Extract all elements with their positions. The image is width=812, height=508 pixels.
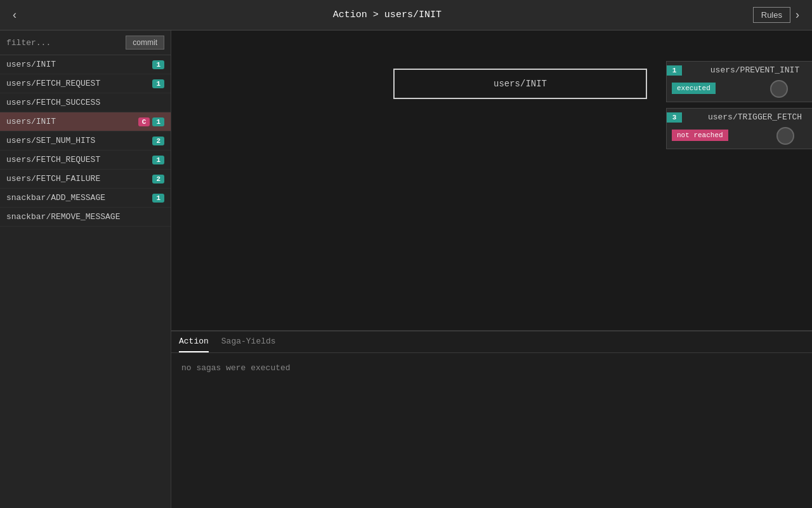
- sidebar-header: filter... commit: [0, 30, 171, 55]
- sidebar-item-label: snackbar/ADD_MESSAGE: [6, 193, 150, 203]
- back-button[interactable]: ‹: [8, 6, 22, 24]
- badge-num: 2: [152, 175, 164, 184]
- sidebar-item-snackbar-remove-message[interactable]: snackbar/REMOVE_MESSAGE: [0, 208, 171, 227]
- badge-num: 2: [152, 137, 164, 145]
- prevent-init-title: users/PREVENT_INIT: [682, 62, 812, 79]
- prevent-init-status: executed: [672, 83, 716, 94]
- sidebar-item-label: users/FETCH_FAILURE: [6, 174, 150, 184]
- bottom-panel: ActionSaga-Yields no sagas were executed: [171, 330, 812, 508]
- sidebar-item-label: users/FETCH_SUCCESS: [6, 98, 164, 107]
- node-trigger-fetch-header: 3 users/TRIGGER_FETCH 1: [667, 109, 812, 126]
- main-node: users/INIT: [393, 69, 647, 99]
- bottom-content: no sagas were executed: [171, 353, 812, 383]
- sidebar-item-users-fetch-failure[interactable]: users/FETCH_FAILURE2: [0, 170, 171, 189]
- badge-num: 1: [152, 60, 164, 69]
- sidebar-item-label: users/FETCH_REQUEST: [6, 79, 150, 88]
- commit-button[interactable]: commit: [126, 36, 164, 50]
- bottom-tabs: ActionSaga-Yields: [171, 331, 812, 353]
- sidebar: filter... commit users/INIT1users/FETCH_…: [0, 30, 171, 508]
- header: ‹ Action > users/INIT Rules ›: [0, 0, 812, 30]
- badge-num: 1: [152, 117, 164, 126]
- sidebar-item-label: users/FETCH_REQUEST: [6, 155, 150, 164]
- trigger-fetch-status: not reached: [672, 130, 728, 141]
- prevent-init-footer: executed: [667, 79, 812, 102]
- node-trigger-fetch[interactable]: 3 users/TRIGGER_FETCH 1 not reached: [666, 108, 812, 149]
- filter-placeholder: filter...: [6, 38, 121, 48]
- sidebar-item-label: snackbar/REMOVE_MESSAGE: [6, 212, 164, 222]
- sidebar-item-label: users/INIT: [6, 117, 136, 126]
- node-prevent-init[interactable]: 1 users/PREVENT_INIT C executed: [666, 61, 812, 102]
- prevent-init-circle: [770, 80, 788, 98]
- trigger-fetch-title: users/TRIGGER_FETCH: [682, 109, 812, 126]
- sidebar-item-label: users/INIT: [6, 60, 150, 69]
- trigger-fetch-badge-left: 3: [667, 112, 682, 123]
- trigger-fetch-footer: not reached: [667, 126, 812, 149]
- next-button[interactable]: ›: [790, 6, 804, 24]
- sidebar-item-snackbar-add-message[interactable]: snackbar/ADD_MESSAGE1: [0, 189, 171, 208]
- badge-c: C: [138, 117, 150, 126]
- badge-num: 1: [152, 79, 164, 88]
- tab-action[interactable]: Action: [179, 331, 209, 352]
- sidebar-item-users-init-2[interactable]: users/INITC1: [0, 112, 171, 131]
- prevent-init-badge-left: 1: [667, 65, 682, 76]
- rules-button[interactable]: Rules: [753, 7, 790, 23]
- trigger-fetch-circle: [776, 127, 794, 145]
- right-area: users/INIT 1 users/PREVENT_INIT C execut…: [171, 30, 812, 508]
- tab-saga-yields[interactable]: Saga-Yields: [221, 331, 276, 352]
- main-content: filter... commit users/INIT1users/FETCH_…: [0, 30, 812, 508]
- badge-num: 1: [152, 156, 164, 164]
- sidebar-item-users-fetch-request-2[interactable]: users/FETCH_REQUEST1: [0, 150, 171, 170]
- badge-num: 1: [152, 194, 164, 203]
- page-title: Action > users/INIT: [22, 10, 753, 20]
- node-prevent-init-header: 1 users/PREVENT_INIT C: [667, 62, 812, 79]
- sidebar-item-users-set-num-hits[interactable]: users/SET_NUM_HITS2: [0, 131, 171, 150]
- sidebar-list: users/INIT1users/FETCH_REQUEST1users/FET…: [0, 55, 171, 508]
- main-node-label: users/INIT: [494, 79, 547, 89]
- sidebar-item-users-init-1[interactable]: users/INIT1: [0, 55, 171, 74]
- canvas-area: users/INIT 1 users/PREVENT_INIT C execut…: [171, 30, 812, 330]
- sidebar-item-users-fetch-request-1[interactable]: users/FETCH_REQUEST1: [0, 74, 171, 93]
- sidebar-item-label: users/SET_NUM_HITS: [6, 136, 150, 145]
- sidebar-item-users-fetch-success[interactable]: users/FETCH_SUCCESS: [0, 93, 171, 112]
